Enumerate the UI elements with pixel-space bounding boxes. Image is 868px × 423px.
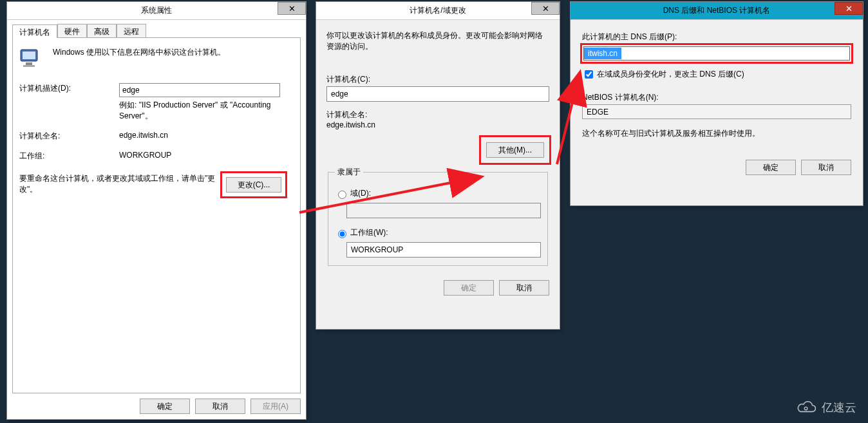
svg-rect-3 bbox=[23, 65, 35, 67]
dialog-title: 计算机名/域更改 bbox=[410, 5, 466, 16]
close-button[interactable]: ✕ bbox=[278, 2, 306, 15]
fullname-value: edge.itwish.cn bbox=[119, 131, 294, 142]
description-hint: 例如: "IIS Production Server" 或 "Accountin… bbox=[119, 100, 280, 122]
svg-rect-1 bbox=[23, 52, 35, 59]
domain-radio-row[interactable]: 域(D): bbox=[335, 188, 541, 199]
workgroup-radio[interactable] bbox=[338, 230, 346, 238]
workgroup-input[interactable] bbox=[346, 242, 541, 258]
dialog-title: 系统属性 bbox=[141, 5, 172, 16]
ok-button[interactable]: 确定 bbox=[444, 280, 494, 296]
fullname-value: edge.itwish.cn bbox=[326, 120, 549, 129]
computer-name-domain-change-dialog: 计算机名/域更改 ✕ 你可以更改该计算机的名称和成员身份。更改可能会影响对网络资… bbox=[316, 1, 560, 330]
more-button[interactable]: 其他(M)... bbox=[486, 142, 544, 158]
svg-point-4 bbox=[804, 407, 807, 410]
system-properties-dialog: 系统属性 ✕ 计算机名 硬件 高级 远程 Windows 使用以下信息在网络中标… bbox=[6, 1, 307, 420]
netbios-note: 这个名称可在与旧式计算机及服务相互操作时使用。 bbox=[582, 128, 851, 139]
tab-computer-name[interactable]: 计算机名 bbox=[12, 24, 57, 38]
titlebar: 计算机名/域更改 ✕ bbox=[316, 2, 560, 20]
fullname-label: 计算机全名: bbox=[19, 131, 119, 142]
computer-name-input[interactable] bbox=[326, 86, 549, 102]
svg-rect-2 bbox=[26, 62, 32, 65]
cancel-button[interactable]: 取消 bbox=[801, 160, 851, 175]
primary-dns-label: 此计算机的主 DNS 后缀(P): bbox=[582, 32, 851, 42]
change-button[interactable]: 更改(C)... bbox=[226, 177, 281, 193]
computer-icon bbox=[19, 47, 45, 70]
workgroup-value: WORKGROUP bbox=[119, 151, 294, 162]
watermark: 亿速云 bbox=[796, 400, 856, 415]
dns-suffix-netbios-dialog: DNS 后缀和 NetBIOS 计算机名 ✕ 此计算机的主 DNS 后缀(P):… bbox=[570, 1, 863, 206]
tab-strip: 计算机名 硬件 高级 远程 bbox=[12, 24, 301, 38]
ok-button[interactable]: 确定 bbox=[746, 160, 796, 175]
netbios-input bbox=[582, 104, 851, 119]
domain-input[interactable] bbox=[346, 203, 541, 218]
watermark-text: 亿速云 bbox=[822, 400, 856, 415]
cancel-button[interactable]: 取消 bbox=[195, 399, 245, 414]
member-legend: 隶属于 bbox=[335, 167, 363, 178]
intro-text: Windows 使用以下信息在网络中标识这台计算机。 bbox=[53, 47, 225, 58]
workgroup-label: 工作组: bbox=[19, 151, 119, 162]
tab-remote[interactable]: 远程 bbox=[117, 24, 146, 37]
description-input[interactable] bbox=[119, 83, 280, 97]
domain-label: 域(D): bbox=[350, 188, 371, 199]
fullname-label: 计算机全名: bbox=[326, 109, 549, 120]
workgroup-label: 工作组(W): bbox=[350, 227, 388, 238]
change-suffix-label: 在域成员身份变化时，更改主 DNS 后缀(C) bbox=[597, 69, 744, 80]
dialog-footer: 确定 取消 应用(A) bbox=[12, 393, 301, 414]
apply-button[interactable]: 应用(A) bbox=[250, 399, 301, 414]
computer-name-label: 计算机名(C): bbox=[326, 74, 549, 85]
rename-hint: 要重命名这台计算机，或者更改其域或工作组，请单击"更改"。 bbox=[19, 173, 222, 195]
tab-advanced[interactable]: 高级 bbox=[87, 24, 117, 37]
workgroup-radio-row[interactable]: 工作组(W): bbox=[335, 227, 541, 238]
intro-text: 你可以更改该计算机的名称和成员身份。更改可能会影响对网络资源的访问。 bbox=[326, 30, 549, 52]
dialog-title: DNS 后缀和 NetBIOS 计算机名 bbox=[663, 5, 771, 16]
titlebar: DNS 后缀和 NetBIOS 计算机名 ✕ bbox=[571, 2, 863, 20]
primary-dns-input[interactable]: itwish.cn bbox=[584, 48, 621, 59]
netbios-label: NetBIOS 计算机名(N): bbox=[582, 92, 851, 103]
ok-button[interactable]: 确定 bbox=[140, 399, 190, 414]
domain-radio[interactable] bbox=[338, 191, 346, 199]
cancel-button[interactable]: 取消 bbox=[499, 280, 549, 296]
change-suffix-checkbox[interactable] bbox=[585, 70, 593, 79]
change-suffix-checkbox-row[interactable]: 在域成员身份变化时，更改主 DNS 后缀(C) bbox=[582, 68, 851, 80]
member-of-group: 隶属于 域(D): 工作组(W): bbox=[328, 167, 548, 266]
close-button[interactable]: ✕ bbox=[531, 2, 560, 15]
close-button[interactable]: ✕ bbox=[835, 2, 863, 15]
tab-hardware[interactable]: 硬件 bbox=[57, 24, 87, 37]
titlebar: 系统属性 ✕ bbox=[7, 2, 306, 20]
cloud-icon bbox=[796, 400, 818, 415]
description-label: 计算机描述(D): bbox=[19, 83, 119, 122]
